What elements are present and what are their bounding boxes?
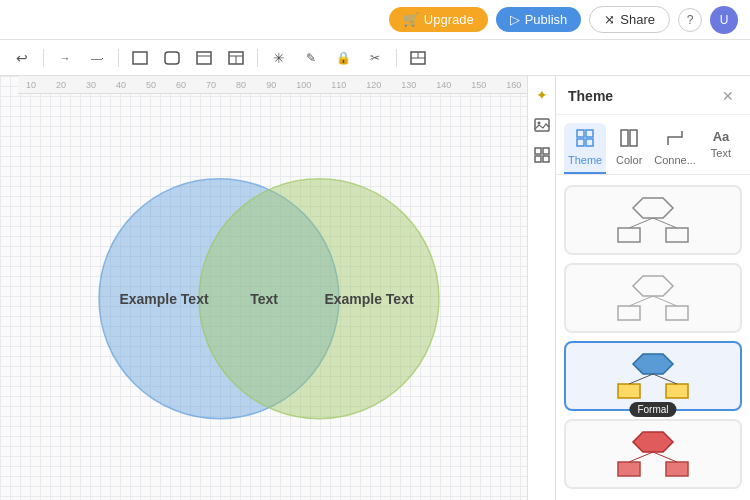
tab-text[interactable]: Aa Text (700, 123, 742, 174)
venn-diagram[interactable]: Example Text Text Example Text (64, 174, 464, 428)
svg-rect-36 (666, 384, 688, 398)
svg-marker-34 (633, 354, 673, 374)
theme-card-default[interactable] (564, 185, 742, 255)
tab-theme-label: Theme (568, 154, 602, 166)
tools-button[interactable]: ✂ (361, 44, 389, 72)
svg-line-38 (653, 374, 677, 384)
svg-rect-19 (586, 130, 593, 137)
avatar[interactable]: U (710, 6, 738, 34)
undo-button[interactable]: ↩ (8, 44, 36, 72)
magic-tool[interactable]: ✦ (531, 84, 553, 106)
svg-rect-16 (535, 156, 541, 162)
panel-title: Theme (568, 88, 613, 104)
tab-theme[interactable]: Theme (564, 123, 606, 174)
topbar: 🛒 Upgrade ▷ Publish ⤨ Share ? U (0, 0, 750, 40)
venn-left-label: Example Text (119, 291, 209, 307)
publish-label: Publish (525, 12, 568, 27)
share-button[interactable]: ⤨ Share (589, 6, 670, 33)
svg-marker-29 (633, 276, 673, 296)
rounded-rect-tool[interactable] (158, 44, 186, 72)
theme-formal-label: Formal (629, 402, 676, 417)
svg-rect-1 (165, 52, 179, 64)
svg-line-28 (653, 218, 677, 228)
panel-close-button[interactable]: ✕ (718, 86, 738, 106)
publish-button[interactable]: ▷ Publish (496, 7, 582, 32)
tab-connector-label: Conne... (654, 154, 696, 166)
svg-point-13 (537, 122, 540, 125)
arrow-tool[interactable]: → (51, 44, 79, 72)
connector-tab-icon (666, 129, 684, 151)
svg-marker-39 (633, 432, 673, 452)
svg-rect-31 (666, 306, 688, 320)
tab-text-label: Text (711, 147, 731, 159)
theme-card-minimal[interactable] (564, 263, 742, 333)
venn-center-label: Text (250, 291, 278, 307)
lock-tool[interactable]: 🔒 (329, 44, 357, 72)
panel-content: Formal (556, 175, 750, 500)
image-panel-tool[interactable] (531, 114, 553, 136)
svg-rect-41 (666, 462, 688, 476)
svg-line-43 (653, 452, 677, 462)
waypoint-tool[interactable]: ✳ (265, 44, 293, 72)
svg-marker-24 (633, 198, 673, 218)
svg-rect-30 (618, 306, 640, 320)
svg-line-33 (653, 296, 677, 306)
edit-tool[interactable]: ✎ (297, 44, 325, 72)
container-tool[interactable] (190, 44, 218, 72)
ruler-top: 10 20 30 40 50 60 70 80 90 100 110 120 1… (18, 76, 527, 94)
panel-tabs: Theme Color Conne... Aa Text (556, 115, 750, 175)
theme-tab-icon (576, 129, 594, 151)
svg-line-27 (629, 218, 653, 228)
toolbar-separator-3 (257, 49, 258, 67)
main-area: 10 20 30 40 50 60 70 80 90 100 110 120 1… (0, 76, 750, 500)
right-toolbar: ✦ (527, 76, 555, 500)
share-label: Share (620, 12, 655, 27)
svg-rect-14 (535, 148, 541, 154)
svg-line-37 (629, 374, 653, 384)
svg-rect-21 (586, 139, 593, 146)
svg-rect-40 (618, 462, 640, 476)
svg-rect-15 (543, 148, 549, 154)
image-tool[interactable] (404, 44, 432, 72)
svg-line-32 (629, 296, 653, 306)
toolbar-separator-4 (396, 49, 397, 67)
toolbar-separator-2 (118, 49, 119, 67)
svg-rect-17 (543, 156, 549, 162)
toolbar-separator (43, 49, 44, 67)
tab-color[interactable]: Color (608, 123, 650, 174)
svg-rect-18 (577, 130, 584, 137)
help-label: ? (687, 13, 694, 27)
theme-card-colorful[interactable] (564, 419, 742, 489)
table-tool[interactable] (222, 44, 250, 72)
publish-icon: ▷ (510, 12, 520, 27)
rectangle-tool[interactable] (126, 44, 154, 72)
svg-rect-20 (577, 139, 584, 146)
side-panel: Theme ✕ Theme Color Conne... (555, 76, 750, 500)
svg-rect-2 (197, 52, 211, 64)
svg-rect-0 (133, 52, 147, 64)
color-tab-icon (620, 129, 638, 151)
svg-rect-26 (666, 228, 688, 242)
help-button[interactable]: ? (678, 8, 702, 32)
text-tab-icon: Aa (713, 129, 730, 144)
canvas-area[interactable]: 10 20 30 40 50 60 70 80 90 100 110 120 1… (0, 76, 527, 500)
panel-header: Theme ✕ (556, 76, 750, 115)
share-icon: ⤨ (604, 12, 615, 27)
tab-color-label: Color (616, 154, 642, 166)
svg-rect-35 (618, 384, 640, 398)
grid-panel-tool[interactable] (531, 144, 553, 166)
svg-line-42 (629, 452, 653, 462)
svg-rect-22 (621, 130, 628, 146)
theme-card-formal[interactable]: Formal (564, 341, 742, 411)
tab-connector[interactable]: Conne... (652, 123, 698, 174)
cart-icon: 🛒 (403, 12, 419, 27)
svg-rect-25 (618, 228, 640, 242)
upgrade-button[interactable]: 🛒 Upgrade (389, 7, 488, 32)
line-style-tool[interactable]: —· (83, 44, 111, 72)
svg-rect-23 (630, 130, 637, 146)
upgrade-label: Upgrade (424, 12, 474, 27)
toolbar: ↩ → —· ✳ ✎ 🔒 ✂ (0, 40, 750, 76)
venn-right-label: Example Text (324, 291, 414, 307)
